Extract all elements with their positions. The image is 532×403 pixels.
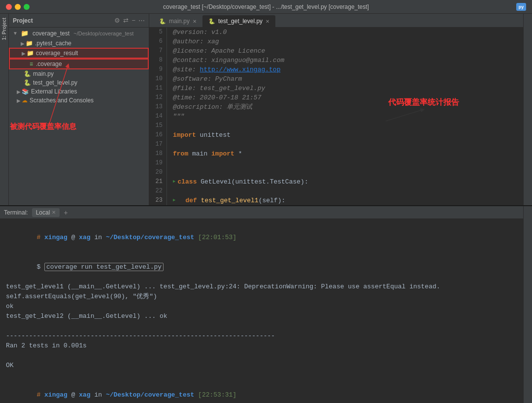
code-area: 5 6 7 8 9 10 11 12 13 14 15 16 17 18 19 … [149,28,523,205]
gear-icon[interactable]: ⋯ [138,17,145,24]
coverage-file-icon: ≡ [30,61,33,67]
term-host-1: xag [79,234,90,241]
line-num-6: 6 [159,37,163,46]
line-num-19: 19 [156,158,163,168]
py-file-icon-main: 🐍 [24,70,31,77]
code-line-13: @description: 单元测试 [173,102,517,112]
tree-item-pytest-cache[interactable]: ▶ 📁 .pytest_cache [9,39,149,48]
term-host-2: xag [79,391,90,399]
code-line-18: from main import * [173,149,517,158]
line-num-9: 9 [159,65,163,74]
line-num-12: 12 [156,93,163,102]
term-out-9: OK [6,361,526,371]
tab-mainpy-label: main.py [169,18,190,25]
mainpy-label: main.py [33,70,54,77]
main-layout: 1: Project Project ⚙ ⇄ − ⋯ ▼ 📁 coverage_… [0,14,532,403]
code-line-7: @license: Apache Licence [173,46,517,56]
code-line-8: @contact: xinganguo@gmail.com [173,56,517,65]
code-line-6: @author: xag [173,37,517,46]
expand-arrow-scratch: ▶ [17,98,21,103]
ext-libs-label: External Libraries [31,88,77,95]
code-line-9: @site: http://www.xingag.top [173,65,517,74]
tab-testpy-label: test_get_level.py [218,18,263,25]
tab-mainpy[interactable]: 🐍 main.py ✕ [153,15,202,27]
code-line-15 [173,121,517,130]
line-num-5: 5 [159,28,163,37]
code-line-10: @software: PyCharm [173,74,517,84]
window-controls [6,4,30,10]
terminal-label: Terminal: [4,209,28,216]
right-panel [523,14,532,205]
terminal-local-tab[interactable]: Local ✕ [32,208,60,217]
py-file-icon-test: 🐍 [24,79,31,86]
run-arrow-21[interactable]: ▶ [173,177,175,186]
run-arrow-23[interactable]: ▶ [173,196,175,205]
line-num-23: 23 [156,196,163,205]
terminal-tab-bar: Terminal: Local ✕ + [0,206,532,219]
tree-item-mainpy[interactable]: 🐍 main.py [9,69,149,78]
code-line-16: import unittest [173,130,517,140]
project-root-item[interactable]: ▼ 📁 coverage_test ~/Desktop/coverage_tes… [9,28,149,39]
code-line-11: @file: test_get_level.py [173,84,517,93]
tab-mainpy-close[interactable]: ✕ [193,19,197,24]
line-num-8: 8 [159,56,163,65]
terminal-area: Terminal: Local ✕ + # xingag @ xag in ~/… [0,205,532,403]
line-num-16: 16 [156,130,163,140]
pytest-cache-label: .pytest_cache [35,40,71,47]
term-time-1: [22:01:53] [194,234,236,241]
code-line-23: ▶ def test_get_level1(self): [173,196,517,205]
code-line-20 [173,168,517,177]
tree-item-ext-libs[interactable]: ▶ 📚 External Libraries [9,87,149,96]
code-line-12: @time: 2020-07-18 21:57 [173,93,517,102]
term-out-5 [6,321,526,331]
terminal-add-tab[interactable]: + [64,209,67,217]
term-hash-2: # [36,391,44,399]
bottom-right-tabs: 2. Favorites [523,206,532,403]
code-line-19 [173,158,517,168]
term-cmd-text-1: coverage run test_get_level.py [44,263,164,271]
tree-item-testpy[interactable]: 🐍 test_get_level.py [9,78,149,87]
term-cmd-1: $ coverage run test_get_level.py [6,252,526,282]
line-num-13: 13 [156,102,163,112]
close-button[interactable] [6,4,12,10]
term-out-1: test_get_level1 (__main__.GetLevel) ... … [6,282,526,292]
tree-item-coverage-result[interactable]: ▶ 📁 coverage_result [9,48,149,59]
code-line-22 [173,186,517,196]
left-panel: 1: Project [0,14,9,205]
scratch-icon: ☁ [22,97,28,104]
term-dollar-1: $ [36,263,44,271]
tab-testpy[interactable]: 🐍 test_get_level.py ✕ [202,15,275,27]
term-out-3: ok [6,302,526,311]
tree-item-dotcoverage[interactable]: ≡ .coverage [9,59,149,69]
line-num-7: 7 [159,46,163,56]
term-out-6: ----------------------------------------… [6,331,526,341]
titlebar: coverage_test [~/Desktop/coverage_test] … [0,0,532,14]
term-out-10 [6,371,526,380]
terminal-local-label: Local [36,209,50,216]
terminal-content[interactable]: # xingag @ xag in ~/Desktop/coverage_tes… [0,219,532,403]
tab-py-icon-main: 🐍 [159,18,166,25]
tree-item-scratches[interactable]: ▶ ☁ Scratches and Consoles [9,96,149,105]
editor-area: 🐍 main.py ✕ 🐍 test_get_level.py ✕ 5 6 7 … [149,14,523,205]
collapse-icon[interactable]: − [132,17,135,24]
minimize-button[interactable] [15,4,21,10]
project-root-label: coverage_test [33,30,69,37]
expand-arrow-pytest: ▶ [21,41,25,46]
py-icon: py [516,3,526,11]
project-folder-icon: 📁 [21,30,29,37]
tab-testpy-close[interactable]: ✕ [266,19,269,24]
term-path-1: ~/Desktop/coverage_test [106,234,194,241]
project-panel-tab[interactable]: 1: Project [0,14,8,44]
maximize-button[interactable] [24,4,30,10]
term-time-2: [22:53:31] [194,391,236,399]
dotcoverage-label: .coverage [36,61,62,67]
project-path: ~/Desktop/coverage_test [73,31,133,36]
line-num-11: 11 [156,84,163,93]
settings-icon[interactable]: ⚙ [114,17,120,24]
ide-body: 1: Project Project ⚙ ⇄ − ⋯ ▼ 📁 coverage_… [0,14,532,205]
term-out-4: test_get_level2 (__main__.GetLevel) ... … [6,311,526,321]
term-hash-1: # [36,234,44,241]
terminal-tab-close[interactable]: ✕ [52,210,56,215]
sync-icon[interactable]: ⇄ [123,17,129,24]
term-user-2: xingag [44,391,67,399]
